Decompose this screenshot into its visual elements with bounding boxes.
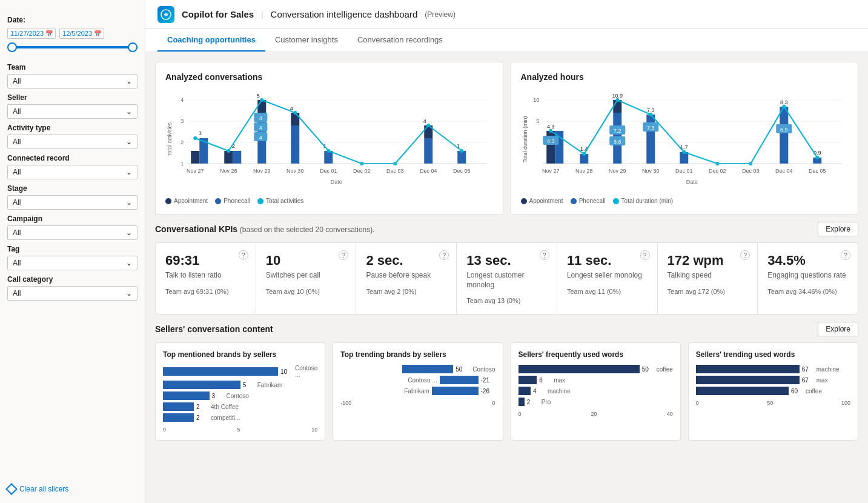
sellers-cards-row: Top mentioned brands by sellers 10 Conto… — [155, 342, 858, 441]
svg-text:7.2: 7.2 — [613, 128, 621, 134]
chevron-down-icon: ⌄ — [126, 228, 132, 237]
chevron-down-icon: ⌄ — [126, 259, 132, 267]
kpi-help-switches[interactable]: ? — [339, 250, 348, 260]
freq-bar-machine — [518, 387, 531, 395]
chevron-down-icon: ⌄ — [126, 77, 132, 85]
sellers-title: Sellers' conversation content — [155, 324, 273, 334]
svg-text:3: 3 — [199, 130, 202, 136]
svg-text:4: 4 — [423, 118, 426, 124]
svg-text:Nov 28: Nov 28 — [220, 168, 237, 174]
tab-recordings[interactable]: Conversation recordings — [348, 29, 452, 52]
chevron-down-icon: ⌄ — [126, 168, 132, 176]
brand-bar-4thcoffee — [163, 402, 194, 411]
diamond-icon — [5, 483, 18, 495]
kpi-help-engaging[interactable]: ? — [841, 250, 850, 260]
svg-point-41 — [460, 149, 463, 153]
tab-bar: Coaching opportunities Customer insights… — [145, 29, 868, 52]
freq-bar-max — [518, 376, 537, 384]
chevron-down-icon: ⌄ — [126, 289, 132, 298]
kpi-cards: ? 69:31 Talk to listen ratio Team avg 69… — [155, 242, 858, 315]
svg-text:Dec 01: Dec 01 — [320, 168, 337, 174]
sellers-header: Sellers' conversation content Explore — [155, 322, 858, 336]
activity-filter: Activity type All ⌄ — [7, 124, 137, 149]
app-title: Copilot for Sales — [182, 9, 254, 19]
tab-coaching[interactable]: Coaching opportunities — [157, 29, 265, 52]
date-end[interactable]: 12/5/2023 📅 — [59, 28, 104, 39]
svg-text:4: 4 — [181, 97, 184, 103]
stage-select[interactable]: All ⌄ — [7, 195, 137, 210]
sellers-explore-button[interactable]: Explore — [818, 322, 858, 336]
svg-point-35 — [260, 98, 263, 102]
sidebar: Date: 11/27/2023 📅 12/5/2023 📅 Team All … — [0, 0, 145, 503]
tag-select[interactable]: All ⌄ — [7, 256, 137, 270]
kpi-help-talk-ratio[interactable]: ? — [239, 250, 248, 260]
svg-rect-26 — [324, 151, 333, 164]
campaign-select[interactable]: All ⌄ — [7, 225, 137, 240]
preview-badge: (Preview) — [425, 10, 456, 19]
svg-text:10.9: 10.9 — [612, 93, 623, 99]
brand-bar-contoso-main — [163, 367, 278, 376]
svg-point-88 — [615, 98, 619, 102]
svg-text:4: 4 — [259, 125, 262, 131]
copilot-logo — [157, 6, 174, 23]
svg-text:Dec 01: Dec 01 — [675, 168, 692, 174]
kpi-help-pause[interactable]: ? — [439, 250, 449, 260]
brand-bar-fabrikam — [163, 381, 240, 389]
svg-text:Dec 05: Dec 05 — [453, 168, 471, 174]
svg-rect-74 — [646, 115, 655, 164]
svg-text:Nov 30: Nov 30 — [641, 168, 659, 174]
kpi-title: Conversational KPIs (based on the select… — [155, 224, 375, 234]
kpi-explore-button[interactable]: Explore — [818, 222, 858, 236]
activity-select[interactable]: All ⌄ — [7, 135, 137, 149]
date-start[interactable]: 11/27/2023 📅 — [7, 28, 56, 39]
analyzed-conv-chart: Total activities 4 3 2 1 — [165, 88, 493, 193]
svg-text:8.3: 8.3 — [780, 99, 787, 105]
analyzed-hours-card: Analyzed hours Total duration (min) 10 5 — [511, 62, 859, 215]
content-area: Analyzed conversations Total activities … — [145, 52, 868, 503]
svg-text:10: 10 — [533, 97, 539, 103]
conv-legend: Appointment Phonecall Total activities — [165, 198, 493, 204]
tab-customer[interactable]: Customer insights — [265, 29, 348, 52]
trend-word-machine — [696, 365, 800, 373]
svg-text:5: 5 — [257, 93, 260, 99]
seller-select[interactable]: All ⌄ — [7, 104, 137, 119]
clear-slicers-button[interactable]: Clear all slicers — [7, 475, 137, 493]
svg-text:Dec 04: Dec 04 — [775, 168, 792, 174]
svg-text:Total activities: Total activities — [167, 122, 173, 156]
brand-bar-contoso2 — [163, 391, 210, 400]
svg-text:Dec 04: Dec 04 — [420, 168, 437, 174]
svg-text:Dec 05: Dec 05 — [808, 168, 826, 174]
bar-nov27-appt — [191, 151, 199, 164]
chevron-down-icon: ⌄ — [126, 107, 132, 116]
svg-text:Nov 29: Nov 29 — [608, 168, 626, 174]
date-slider[interactable] — [7, 46, 137, 48]
trend-bar-contoso2 — [440, 376, 479, 384]
svg-text:Dec 02: Dec 02 — [353, 168, 371, 174]
kpi-help-speed[interactable]: ? — [740, 250, 750, 260]
connected-select[interactable]: All ⌄ — [7, 165, 137, 179]
chevron-down-icon: ⌄ — [126, 138, 132, 146]
tag-filter: Tag All ⌄ — [7, 245, 137, 270]
trend-word-max — [696, 376, 800, 384]
kpi-help-customer-mono[interactable]: ? — [540, 250, 549, 260]
team-select[interactable]: All ⌄ — [7, 74, 137, 88]
team-filter: Team All ⌄ — [7, 63, 137, 88]
kpi-card-speed: ? 172 wpm Talking speed Team avg 172 (0%… — [658, 243, 758, 314]
svg-text:2: 2 — [181, 139, 184, 145]
kpi-help-seller-mono[interactable]: ? — [640, 250, 650, 260]
analyzed-conversations-card: Analyzed conversations Total activities … — [155, 62, 503, 215]
hours-legend: Appointment Phonecall Total duration (mi… — [521, 198, 849, 204]
svg-point-40 — [426, 124, 430, 127]
top-brands-content: 10 Contoso ... 5 Fabrikam — [163, 365, 317, 433]
analyzed-hours-chart: Total duration (min) 10 5 4.3 — [521, 88, 849, 193]
sellers-section: Sellers' conversation content Explore To… — [155, 322, 858, 441]
svg-text:3: 3 — [181, 118, 184, 124]
callcat-select[interactable]: All ⌄ — [7, 286, 137, 301]
trending-brands-bars: 50 Contoso Contoso ... -21 Fabrikam — [340, 365, 495, 406]
kpi-header: Conversational KPIs (based on the select… — [155, 222, 858, 236]
svg-rect-23 — [291, 113, 299, 125]
svg-text:Date: Date — [331, 179, 342, 185]
trend-bar-fabrikam — [432, 387, 479, 395]
svg-point-86 — [549, 129, 552, 133]
svg-text:4.3: 4.3 — [546, 138, 554, 144]
